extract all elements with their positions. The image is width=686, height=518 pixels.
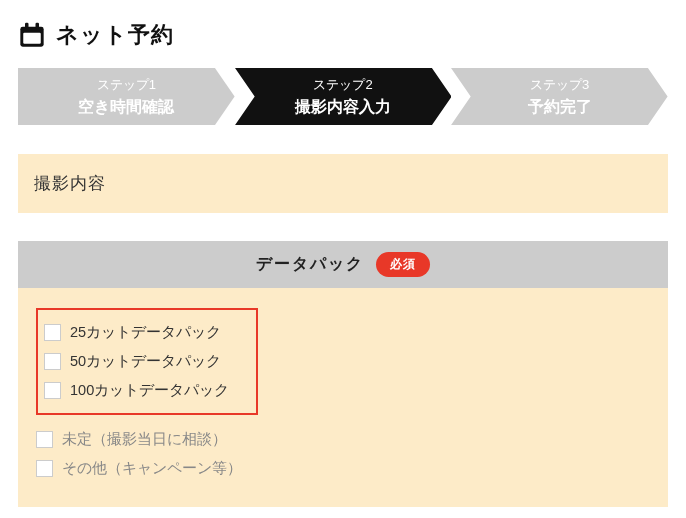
section-title: 撮影内容	[34, 172, 652, 195]
step-label: 空き時間確認	[78, 95, 174, 119]
required-badge: 必須	[376, 252, 430, 277]
checkbox[interactable]	[36, 460, 53, 477]
calendar-icon	[18, 21, 46, 49]
svg-rect-2	[25, 23, 29, 29]
svg-rect-3	[36, 23, 40, 29]
option-row[interactable]: 50カットデータパック	[44, 347, 250, 376]
option-label: その他（キャンペーン等）	[62, 459, 242, 478]
option-label: 50カットデータパック	[70, 352, 221, 371]
step-number: ステップ2	[295, 75, 391, 95]
page-header: ネット予約	[18, 20, 668, 50]
section-title-box: 撮影内容	[18, 154, 668, 213]
option-row[interactable]: 未定（撮影当日に相談）	[36, 425, 650, 454]
step-label: 撮影内容入力	[295, 95, 391, 119]
page-title: ネット予約	[56, 20, 174, 50]
step-number: ステップ1	[78, 75, 174, 95]
option-row[interactable]: 25カットデータパック	[44, 318, 250, 347]
option-label: 未定（撮影当日に相談）	[62, 430, 227, 449]
highlight-box: 25カットデータパック 50カットデータパック 100カットデータパック	[36, 308, 258, 415]
option-row[interactable]: 100カットデータパック	[44, 376, 250, 405]
checkbox[interactable]	[44, 353, 61, 370]
option-label: 25カットデータパック	[70, 323, 221, 342]
option-row[interactable]: その他（キャンペーン等）	[36, 454, 650, 483]
step-1: ステップ1 空き時間確認	[18, 68, 235, 126]
options-panel: 25カットデータパック 50カットデータパック 100カットデータパック 未定（…	[18, 288, 668, 507]
checkbox[interactable]	[44, 324, 61, 341]
step-label: 予約完了	[528, 95, 592, 119]
svg-rect-1	[23, 33, 41, 44]
step-2: ステップ2 撮影内容入力	[235, 68, 452, 126]
checkbox[interactable]	[44, 382, 61, 399]
checkbox[interactable]	[36, 431, 53, 448]
step-3: ステップ3 予約完了	[451, 68, 668, 126]
group-header: データパック 必須	[18, 241, 668, 288]
step-indicator: ステップ1 空き時間確認 ステップ2 撮影内容入力 ステップ3 予約完了	[18, 68, 668, 126]
option-label: 100カットデータパック	[70, 381, 229, 400]
step-number: ステップ3	[528, 75, 592, 95]
group-label: データパック	[256, 254, 364, 275]
